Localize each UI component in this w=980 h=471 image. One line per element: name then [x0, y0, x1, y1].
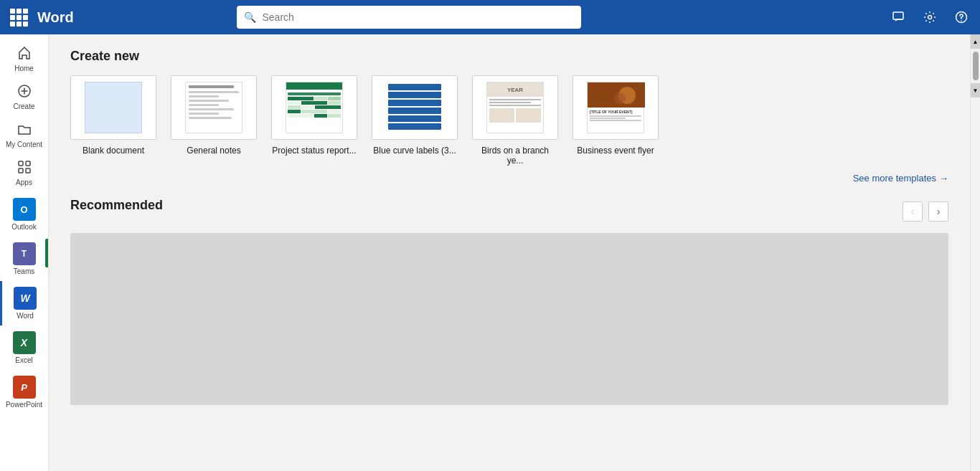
flyer-preview: [TITLE OF YOUR EVENT] [587, 82, 644, 133]
create-new-section: Create new Blank document [70, 49, 948, 166]
app-title: Word [37, 9, 74, 26]
search-icon: 🔍 [244, 11, 256, 23]
birds-year-text: YEAR [487, 82, 543, 97]
template-general-notes[interactable]: General notes [171, 75, 257, 156]
home-icon [17, 46, 32, 62]
sidebar-label-word: Word [17, 312, 34, 320]
main-layout: Home Create My Content [0, 34, 980, 471]
active-indicator [45, 239, 48, 267]
template-thumb-notes [171, 75, 257, 140]
word-icon: W [14, 287, 37, 310]
notes-preview [185, 82, 242, 133]
sidebar-label-my-content: My Content [6, 141, 42, 148]
sidebar-item-outlook[interactable]: O Outlook [0, 192, 48, 237]
svg-rect-5 [19, 161, 23, 166]
scroll-down-button[interactable]: ▼ [971, 83, 981, 97]
svg-rect-8 [26, 168, 30, 173]
sidebar-item-excel[interactable]: X Excel [0, 325, 48, 370]
template-blue-curve[interactable]: Blue curve labels (3... [372, 75, 458, 156]
topbar: Word 🔍 [0, 0, 980, 34]
folder-icon [17, 122, 32, 138]
project-preview [286, 82, 343, 133]
template-label-blue-curve: Blue curve labels (3... [373, 146, 456, 156]
sidebar-label-outlook: Outlook [11, 223, 36, 231]
create-icon [17, 84, 32, 100]
sidebar-label-powerpoint: PowerPoint [6, 401, 42, 409]
powerpoint-icon: P [13, 376, 36, 399]
recommended-section: Recommended ‹ › [70, 198, 948, 405]
sidebar-label-apps: Apps [16, 179, 32, 186]
see-more-link[interactable]: See more templates → [853, 173, 948, 184]
nav-next-button[interactable]: › [928, 201, 948, 222]
sidebar-item-create[interactable]: Create [0, 78, 48, 116]
settings-icon[interactable] [920, 7, 940, 27]
see-more-label: See more templates [853, 173, 936, 184]
teams-icon: T [13, 242, 36, 265]
template-business-flyer[interactable]: [TITLE OF YOUR EVENT] Business event fly… [573, 75, 659, 156]
birds-preview: YEAR [486, 82, 544, 133]
template-label-notes: General notes [187, 146, 240, 156]
see-more-arrow: → [939, 173, 948, 184]
sidebar-label-home: Home [14, 65, 34, 72]
recommended-area [70, 233, 948, 405]
template-birds[interactable]: YEAR Birds on [472, 75, 558, 166]
recommended-header: Recommended ‹ › [70, 198, 948, 224]
sidebar-item-word[interactable]: W Word [0, 281, 48, 325]
svg-rect-0 [893, 12, 903, 19]
svg-rect-7 [19, 168, 23, 173]
main-content: Create new Blank document [49, 34, 970, 471]
feedback-icon[interactable] [888, 7, 908, 27]
sidebar-item-teams[interactable]: T Teams [0, 237, 48, 281]
template-project-status[interactable]: Project status report... [271, 75, 357, 156]
template-label-project: Project status report... [272, 146, 356, 156]
create-new-title: Create new [70, 49, 948, 64]
template-blank[interactable]: Blank document [70, 75, 156, 156]
blank-doc-preview [85, 82, 142, 133]
scroll-up-button[interactable]: ▲ [971, 34, 981, 49]
sidebar-label-excel: Excel [15, 356, 32, 364]
sidebar-item-home[interactable]: Home [0, 40, 48, 78]
sidebar-label-teams: Teams [14, 267, 34, 275]
outlook-icon: O [13, 198, 36, 221]
recommended-title: Recommended [70, 198, 163, 213]
search-bar[interactable]: 🔍 [237, 6, 581, 29]
sidebar-label-create: Create [13, 103, 34, 110]
help-icon[interactable] [951, 7, 971, 27]
template-thumb-flyer: [TITLE OF YOUR EVENT] [573, 75, 659, 140]
scroll-thumb[interactable] [973, 52, 979, 80]
template-label-flyer: Business event flyer [577, 146, 654, 156]
template-label-blank: Blank document [83, 146, 144, 156]
template-thumb-blue-curve [372, 75, 458, 140]
blue-curve-preview [386, 82, 443, 133]
svg-point-3 [961, 20, 962, 22]
excel-icon: X [13, 331, 36, 354]
template-thumb-birds: YEAR [472, 75, 558, 140]
template-label-birds: Birds on a branch ye... [472, 146, 558, 166]
svg-point-1 [928, 16, 931, 19]
svg-rect-6 [26, 161, 30, 166]
sidebar-item-apps[interactable]: Apps [0, 154, 48, 192]
topbar-actions [888, 7, 971, 27]
flyer-image [588, 82, 644, 108]
svg-point-11 [614, 92, 626, 104]
templates-row: Blank document [70, 75, 948, 166]
template-thumb-project [271, 75, 357, 140]
search-input[interactable] [262, 11, 574, 23]
scrollbar[interactable]: ▲ ▼ [970, 34, 980, 471]
nav-prev-button[interactable]: ‹ [903, 201, 923, 222]
waffle-icon [10, 9, 28, 27]
sidebar: Home Create My Content [0, 34, 49, 471]
recommended-nav: ‹ › [903, 201, 948, 222]
waffle-button[interactable] [9, 7, 29, 27]
apps-icon [17, 160, 32, 176]
sidebar-item-my-content[interactable]: My Content [0, 116, 48, 154]
see-more-row: See more templates → [70, 173, 948, 184]
template-thumb-blank [70, 75, 156, 140]
sidebar-item-powerpoint[interactable]: P PowerPoint [0, 370, 48, 414]
